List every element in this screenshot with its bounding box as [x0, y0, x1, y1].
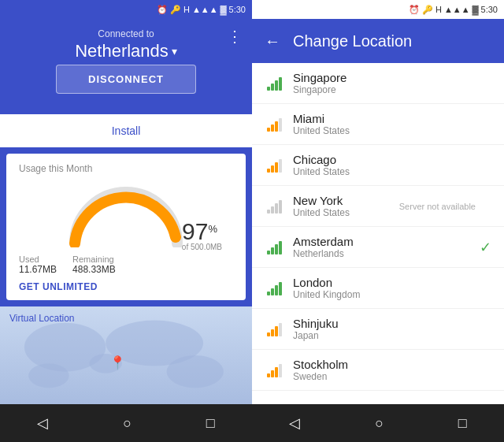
signal-strength-icon: [265, 240, 284, 254]
left-status-icons: ⏰ 🔑 H ▲▲▲ ▓ 5:30: [157, 5, 246, 15]
disconnect-button[interactable]: DISCONNECT: [56, 65, 196, 94]
right-nav-bar: ◁ ○ □: [252, 404, 504, 442]
location-item[interactable]: MiamiUnited States: [252, 104, 504, 145]
location-city: Singapore: [293, 71, 491, 84]
svg-point-3: [28, 363, 69, 388]
right-panel: ⏰ 🔑 H ▲▲▲ ▓ 5:30 ← Change Location Singa…: [252, 0, 504, 442]
home-nav-icon[interactable]: ○: [123, 415, 132, 432]
location-city: Chicago: [293, 153, 491, 166]
percent-sign: %: [208, 223, 217, 235]
signal-strength-icon: [265, 363, 284, 377]
right-alarm-icon: ⏰: [409, 5, 420, 15]
location-list: SingaporeSingaporeMiamiUnited StatesChic…: [252, 63, 504, 404]
right-home-nav-icon[interactable]: ○: [375, 415, 384, 432]
selected-checkmark-icon: ✓: [480, 239, 491, 256]
location-item[interactable]: ChicagoUnited States: [252, 145, 504, 186]
location-city: Amsterdam: [293, 235, 470, 248]
location-city: Shinjuku: [293, 317, 491, 330]
right-battery-icon: ▓: [472, 5, 479, 14]
right-back-nav-icon[interactable]: ◁: [289, 414, 300, 432]
location-item[interactable]: AmsterdamNetherlands✓: [252, 227, 504, 268]
signal-strength-icon: [265, 117, 284, 132]
location-info: ShinjukuJapan: [293, 317, 491, 341]
location-item[interactable]: ShinjukuJapan: [252, 309, 504, 350]
of-label: of 500.0MB: [182, 243, 222, 251]
right-recents-nav-icon[interactable]: □: [458, 415, 467, 432]
gauge-container: 97 % of 500.0MB: [19, 180, 233, 251]
location-country: Singapore: [293, 84, 491, 95]
used-stat: Used 11.67MB: [19, 254, 57, 275]
signal-strength-icon: [265, 322, 284, 336]
signal-strength-icon: [265, 158, 284, 173]
location-item[interactable]: StockholmSweden: [252, 350, 504, 391]
usage-stats: Used 11.67MB Remaining 488.33MB: [19, 254, 233, 275]
right-time: 5:30: [481, 5, 498, 14]
signal-strength-icon: [265, 199, 284, 214]
recents-nav-icon[interactable]: □: [206, 415, 215, 432]
location-item[interactable]: SingaporeSingapore: [252, 63, 504, 104]
location-country: Sweden: [293, 371, 491, 382]
remaining-label: Remaining: [72, 254, 116, 264]
location-country: United Kingdom: [293, 289, 491, 300]
location-info: ChicagoUnited States: [293, 153, 491, 177]
right-status-bar: ⏰ 🔑 H ▲▲▲ ▓ 5:30: [252, 0, 504, 19]
get-unlimited-button[interactable]: GET UNLIMITED: [19, 281, 233, 292]
left-panel: ⏰ 🔑 H ▲▲▲ ▓ 5:30 ⋮ Connected to Netherla…: [0, 0, 252, 442]
wifi-icon: ▲▲▲: [192, 5, 218, 14]
location-country: United States: [293, 125, 491, 136]
location-info: AmsterdamNetherlands: [293, 235, 470, 259]
location-city: London: [293, 276, 491, 289]
vpn-header: ⋮ Connected to Netherlands ▾ DISCONNECT: [0, 19, 252, 114]
location-info: SingaporeSingapore: [293, 71, 491, 95]
usage-title: Usage this Month: [19, 163, 233, 174]
location-item[interactable]: New YorkUnited StatesServer not availabl…: [252, 186, 504, 227]
remaining-stat: Remaining 488.33MB: [72, 254, 116, 275]
right-header: ← Change Location: [252, 19, 504, 63]
location-country: United States: [293, 166, 491, 177]
used-label: Used: [19, 254, 57, 264]
map-background: 📍 Virtual Location: [0, 306, 252, 404]
connected-to-label: Connected to: [98, 28, 154, 39]
location-country: Netherlands: [293, 248, 470, 259]
location-country: Japan: [293, 330, 491, 341]
percent-value: 97: [182, 218, 208, 245]
dropdown-arrow-icon: ▾: [172, 45, 177, 58]
back-button[interactable]: ←: [265, 32, 280, 50]
location-city: Miami: [293, 112, 491, 125]
left-status-bar: ⏰ 🔑 H ▲▲▲ ▓ 5:30: [0, 0, 252, 19]
location-info: MiamiUnited States: [293, 112, 491, 136]
gauge-svg: [63, 180, 189, 247]
alarm-icon: ⏰: [157, 5, 168, 15]
back-nav-icon[interactable]: ◁: [37, 414, 48, 432]
remaining-value: 488.33MB: [72, 264, 116, 275]
usage-card: Usage this Month 97 % of 500.0MB Used 11…: [6, 154, 246, 300]
location-city: Stockholm: [293, 358, 491, 371]
country-label: Netherlands: [75, 41, 169, 61]
battery-icon: ▓: [220, 5, 227, 14]
key-icon: 🔑: [170, 5, 181, 15]
page-title: Change Location: [293, 32, 412, 50]
right-signal-icon: H: [435, 5, 442, 14]
signal-icon-left: H: [183, 5, 190, 14]
country-name: Netherlands ▾: [75, 41, 177, 61]
left-nav-bar: ◁ ○ □: [0, 404, 252, 442]
unavailable-badge: Server not available: [399, 202, 476, 211]
svg-point-2: [167, 355, 224, 388]
map-area: 📍 Virtual Location: [0, 306, 252, 404]
right-key-icon: 🔑: [422, 5, 433, 15]
more-button[interactable]: ⋮: [227, 27, 243, 46]
virtual-location-label: Virtual Location: [9, 313, 75, 324]
signal-strength-icon: [265, 76, 284, 91]
location-info: StockholmSweden: [293, 358, 491, 382]
location-item[interactable]: LondonUnited Kingdom: [252, 268, 504, 309]
location-info: LondonUnited Kingdom: [293, 276, 491, 300]
install-link[interactable]: Install: [112, 124, 141, 137]
time-left: 5:30: [229, 5, 246, 14]
svg-text:📍: 📍: [109, 355, 126, 371]
signal-strength-icon: [265, 281, 284, 295]
right-status-icons: ⏰ 🔑 H ▲▲▲ ▓ 5:30: [409, 5, 498, 15]
install-banner: Install: [0, 114, 252, 147]
right-wifi-icon: ▲▲▲: [444, 5, 470, 14]
used-value: 11.67MB: [19, 264, 57, 275]
